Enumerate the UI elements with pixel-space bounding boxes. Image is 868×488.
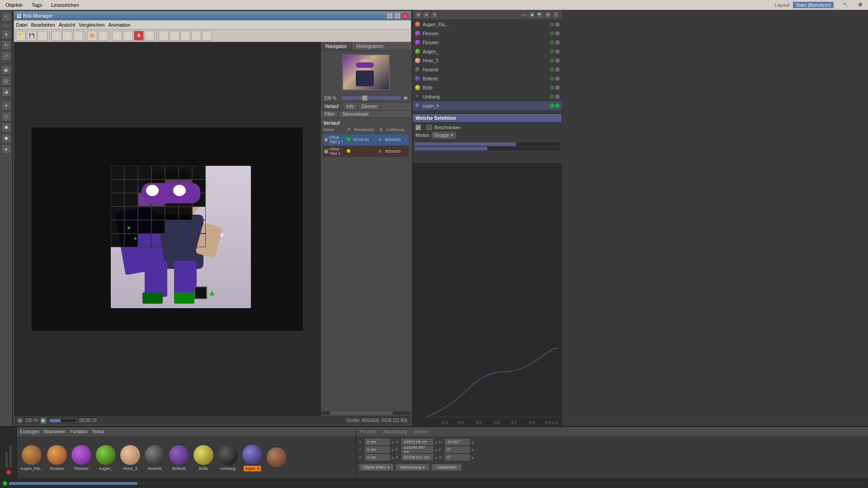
tab-filter[interactable]: Filter <box>321 111 339 117</box>
input-p-deg[interactable]: 0° <box>445 446 470 453</box>
menu-datei[interactable]: Datei <box>16 22 28 28</box>
tool-a[interactable]: ▣ <box>1 65 11 75</box>
btn-anwenden[interactable]: Anwenden <box>431 464 462 471</box>
panel-scrollbar[interactable] <box>321 411 411 415</box>
arrow-y[interactable]: ▲ <box>391 448 394 451</box>
checkbox-active[interactable]: ✓ <box>415 125 421 130</box>
layout-value[interactable]: Start (Benutzer) <box>793 2 834 8</box>
tool-open[interactable]: 📂 <box>16 31 26 41</box>
menu-bearbeiten[interactable]: Bearbeiten <box>31 22 55 28</box>
mat-item-1[interactable]: Augen_Flä... <box>20 445 43 471</box>
status-play[interactable]: ▶ <box>40 418 47 424</box>
list-item-1[interactable]: Augen_Flä... <box>413 20 561 29</box>
timeline-track[interactable] <box>9 482 865 485</box>
tool-save[interactable]: 💾 <box>27 31 37 41</box>
input-h-deg[interactable]: 15.067 ° <box>445 439 470 445</box>
list-item-9[interactable]: Umhang <box>413 92 561 101</box>
arrow-p-deg[interactable]: ▲ <box>471 448 474 451</box>
tool-info[interactable]: ℹ <box>98 31 108 41</box>
input-h-size[interactable]: 43653.65 cm <box>401 439 433 445</box>
tool-move[interactable]: ⊕ <box>1 29 11 39</box>
tool-c[interactable]: ◪ <box>1 87 11 97</box>
tool-extra2[interactable]: ✦ <box>202 31 212 41</box>
image-viewport[interactable]: ★ ★ <box>14 42 321 416</box>
mat-item-9[interactable]: Umhang <box>217 445 238 471</box>
mat-menu-erzeugen[interactable]: Erzeugen <box>20 429 39 434</box>
tool-render1[interactable]: ▶ <box>112 31 122 41</box>
list-item-8[interactable]: Brille <box>413 83 561 92</box>
top-menu-tags[interactable]: Tags <box>30 1 44 9</box>
tab-info[interactable]: Info <box>343 103 358 110</box>
mat-item-6[interactable]: Hosenb <box>144 445 165 471</box>
obj-settings[interactable]: ⚙ <box>544 11 552 19</box>
tool-e[interactable]: ⬡ <box>1 112 11 122</box>
tool-rotate[interactable]: ↻ <box>1 40 11 50</box>
input-y[interactable]: 0 cm <box>365 446 390 453</box>
top-menu-lesezeichen[interactable]: Lesezeichen <box>49 1 81 9</box>
obj-more[interactable]: ≡ <box>552 11 560 19</box>
tool-color[interactable]: 🎨 <box>87 31 97 41</box>
tab-navigator[interactable]: Navigator <box>321 42 352 50</box>
menu-animation[interactable]: Animation <box>108 22 130 28</box>
mat-item-7[interactable]: Brillenb <box>169 445 189 471</box>
mat-item-10[interactable]: super_h <box>242 444 263 471</box>
maximize-button[interactable]: □ <box>394 13 401 19</box>
tool-select[interactable]: ↖ <box>1 12 11 22</box>
arrow-z[interactable]: ▲ <box>391 456 394 459</box>
modus-dropdown[interactable]: Gruppe ▼ <box>432 132 456 139</box>
list-item-10[interactable]: super_h <box>413 101 561 110</box>
arrow-h-deg[interactable]: ▲ <box>471 441 474 444</box>
arrow-b-deg[interactable]: ▲ <box>471 456 474 459</box>
menu-vergleichen[interactable]: Vergleichen <box>79 22 105 28</box>
mat-item-8[interactable]: Brille <box>193 445 214 471</box>
arrow-p[interactable]: ▲ <box>434 448 438 451</box>
arrow-h[interactable]: ▲ <box>434 441 438 444</box>
menu-ansicht[interactable]: Ansicht <box>59 22 75 28</box>
tool-filter[interactable]: ⊞ <box>191 31 201 41</box>
list-item-7[interactable]: Brillenb <box>413 74 561 83</box>
list-item-3[interactable]: Flossen <box>413 38 561 47</box>
mat-item-3[interactable]: Flossen <box>71 445 92 471</box>
input-b-size[interactable]: 92258.011 cm <box>401 454 433 460</box>
mat-item-5[interactable]: Hose_3 <box>120 445 141 471</box>
minimize-button[interactable]: ─ <box>387 13 393 19</box>
tool-render2[interactable]: ⏸ <box>123 31 133 41</box>
list-item-5[interactable]: Hose_3 <box>413 56 561 65</box>
input-x[interactable]: 0 cm <box>365 439 390 445</box>
mat-menu-textur[interactable]: Textur <box>92 429 104 434</box>
zoom-slider-track[interactable] <box>341 96 401 100</box>
btn-objekt-rel[interactable]: Objekt (Rel.) ▼ <box>359 464 394 471</box>
tool-a-label[interactable]: A <box>134 31 144 41</box>
close-button[interactable]: × <box>402 13 408 19</box>
obj-btn-1[interactable]: ⊕ <box>415 11 422 19</box>
top-menu-objekte[interactable]: Objekte <box>4 1 24 9</box>
input-z[interactable]: 0 cm <box>365 454 390 460</box>
btn-abmessung[interactable]: Abmessung ▼ <box>396 464 429 471</box>
tool-extra[interactable]: ⧉ <box>180 31 190 41</box>
tool-scale[interactable]: ⤢ <box>1 51 11 61</box>
verlauf-row-2[interactable]: 🖼 Ohne Titel 4 0 800x600 <box>323 146 409 157</box>
obj-btn-3[interactable]: ✦ <box>431 11 438 19</box>
mat-menu-bearbeiten[interactable]: Bearbeiten <box>44 429 66 434</box>
list-item-4[interactable]: Augen_ <box>413 47 561 56</box>
mat-item-11[interactable] <box>266 447 287 469</box>
tab-histogramm[interactable]: Histogramm <box>352 42 388 50</box>
zoom-end-btn[interactable]: ▶ <box>403 95 408 101</box>
tool-region[interactable]: ▪ <box>159 31 169 41</box>
tool-b-label[interactable]: B <box>145 31 155 41</box>
checkbox-beschranken[interactable] <box>426 125 432 130</box>
tool-f[interactable]: ⬢ <box>1 122 11 132</box>
top-icon-1[interactable]: 🔧 <box>841 1 851 9</box>
mat-item-4[interactable]: Augen_ <box>95 445 116 471</box>
status-progress-bar[interactable] <box>49 419 76 422</box>
slider-bar-1[interactable] <box>415 142 560 146</box>
verlauf-row-1[interactable]: 🖼 Ohne Titel 1 * 00:00:44 0 800x600 <box>323 134 409 145</box>
obj-search[interactable]: 🔍 <box>536 11 543 19</box>
arrow-b[interactable]: ▲ <box>434 456 438 459</box>
mat-item-2[interactable]: Flossen <box>47 445 67 471</box>
obj-arrow[interactable]: ◀ <box>528 11 535 19</box>
input-b-deg[interactable]: 0° <box>445 454 470 460</box>
tool-refresh[interactable]: ↺ <box>38 31 47 41</box>
tool-channel[interactable]: ⬚ <box>170 31 179 41</box>
list-item-6[interactable]: Hosenb <box>413 65 561 74</box>
